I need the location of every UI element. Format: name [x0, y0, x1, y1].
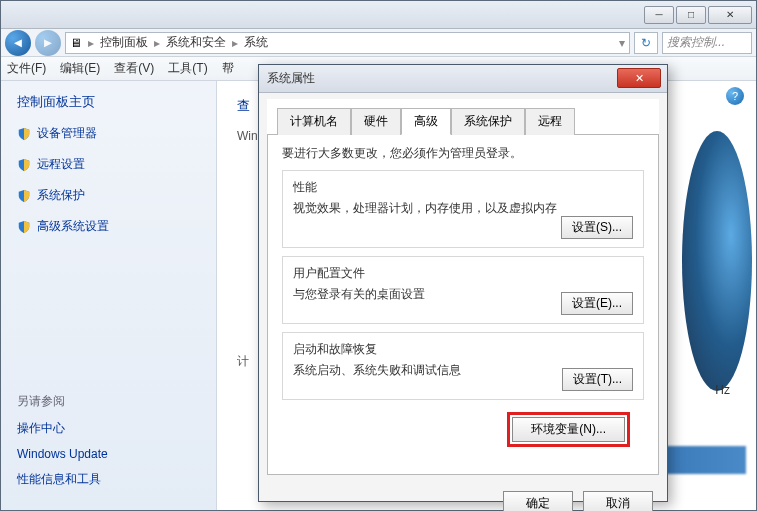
breadcrumb-item[interactable]: 系统和安全 — [166, 34, 226, 51]
sidebar-item-label: 远程设置 — [37, 156, 85, 173]
env-row: 环境变量(N)... — [282, 408, 644, 447]
shield-icon — [17, 127, 31, 141]
group-label: 性能 — [293, 179, 633, 196]
shield-icon — [17, 189, 31, 203]
system-properties-dialog: 系统属性 ✕ 计算机名 硬件 高级 系统保护 远程 要进行大多数更改，您必须作为… — [258, 64, 668, 502]
ok-button[interactable]: 确定 — [503, 491, 573, 511]
tab-remote[interactable]: 远程 — [525, 108, 575, 135]
highlight-box: 环境变量(N)... — [507, 412, 630, 447]
tab-advanced[interactable]: 高级 — [401, 108, 451, 135]
see-also-label: 另请参阅 — [17, 393, 200, 410]
chevron-right-icon: ▸ — [88, 36, 94, 50]
maximize-button[interactable]: □ — [676, 6, 706, 24]
menu-view[interactable]: 查看(V) — [114, 60, 154, 77]
sidebar-link-remote[interactable]: 远程设置 — [17, 156, 200, 173]
group-user-profiles: 用户配置文件 与您登录有关的桌面设置 设置(E)... — [282, 256, 644, 324]
sidebar-home[interactable]: 控制面板主页 — [17, 93, 200, 111]
tab-hardware[interactable]: 硬件 — [351, 108, 401, 135]
dialog-button-row: 确定 取消 — [259, 483, 667, 511]
dialog-title: 系统属性 — [267, 70, 315, 87]
group-label: 用户配置文件 — [293, 265, 633, 282]
performance-settings-button[interactable]: 设置(S)... — [561, 216, 633, 239]
chevron-right-icon: ▸ — [154, 36, 160, 50]
group-startup-recovery: 启动和故障恢复 系统启动、系统失败和调试信息 设置(T)... — [282, 332, 644, 400]
dialog-close-button[interactable]: ✕ — [617, 68, 661, 88]
startup-recovery-settings-button[interactable]: 设置(T)... — [562, 368, 633, 391]
menu-edit[interactable]: 编辑(E) — [60, 60, 100, 77]
titlebar: ─ □ ✕ — [1, 1, 756, 29]
close-button[interactable]: ✕ — [708, 6, 752, 24]
nav-forward-button[interactable]: ► — [35, 30, 61, 56]
group-desc: 视觉效果，处理器计划，内存使用，以及虚拟内存 — [293, 200, 633, 217]
menu-tools[interactable]: 工具(T) — [168, 60, 207, 77]
sidebar-link-device-manager[interactable]: 设备管理器 — [17, 125, 200, 142]
sidebar-link-advanced[interactable]: 高级系统设置 — [17, 218, 200, 235]
sidebar-item-label: 系统保护 — [37, 187, 85, 204]
sidebar-item-label: 高级系统设置 — [37, 218, 109, 235]
sidebar-item-label: 设备管理器 — [37, 125, 97, 142]
group-performance: 性能 视觉效果，处理器计划，内存使用，以及虚拟内存 设置(S)... — [282, 170, 644, 248]
address-bar: ◄ ► 🖥 ▸ 控制面板 ▸ 系统和安全 ▸ 系统 ▾ ↻ 搜索控制... — [1, 29, 756, 57]
menu-file[interactable]: 文件(F) — [7, 60, 46, 77]
tab-computer-name[interactable]: 计算机名 — [277, 108, 351, 135]
chevron-right-icon: ▸ — [232, 36, 238, 50]
refresh-button[interactable]: ↻ — [634, 32, 658, 54]
shield-icon — [17, 220, 31, 234]
breadcrumb-item[interactable]: 控制面板 — [100, 34, 148, 51]
dropdown-icon[interactable]: ▾ — [619, 36, 625, 50]
nav-back-button[interactable]: ◄ — [5, 30, 31, 56]
minimize-button[interactable]: ─ — [644, 6, 674, 24]
computer-icon: 🖥 — [70, 36, 82, 50]
breadcrumb-item[interactable]: 系统 — [244, 34, 268, 51]
tab-panel-advanced: 要进行大多数更改，您必须作为管理员登录。 性能 视觉效果，处理器计划，内存使用，… — [267, 135, 659, 475]
cancel-button[interactable]: 取消 — [583, 491, 653, 511]
dialog-titlebar[interactable]: 系统属性 ✕ — [259, 65, 667, 93]
shield-icon — [17, 158, 31, 172]
environment-variables-button[interactable]: 环境变量(N)... — [512, 417, 625, 442]
sidebar-link-protection[interactable]: 系统保护 — [17, 187, 200, 204]
sidebar-link-windows-update[interactable]: Windows Update — [17, 447, 200, 461]
breadcrumb[interactable]: 🖥 ▸ 控制面板 ▸ 系统和安全 ▸ 系统 ▾ — [65, 32, 630, 54]
sidebar-link-perf-info[interactable]: 性能信息和工具 — [17, 471, 200, 488]
search-input[interactable]: 搜索控制... — [662, 32, 752, 54]
admin-notice: 要进行大多数更改，您必须作为管理员登录。 — [282, 145, 644, 162]
group-label: 启动和故障恢复 — [293, 341, 633, 358]
cpu-hz-label: Hz — [715, 383, 730, 397]
tab-strip: 计算机名 硬件 高级 系统保护 远程 — [267, 99, 659, 135]
menu-help[interactable]: 帮 — [222, 60, 234, 77]
windows-logo-icon — [682, 131, 752, 391]
user-profiles-settings-button[interactable]: 设置(E)... — [561, 292, 633, 315]
sidebar: 控制面板主页 设备管理器 远程设置 系统保护 高级系统设置 另请参阅 操作中心 … — [1, 81, 217, 510]
sidebar-link-action-center[interactable]: 操作中心 — [17, 420, 200, 437]
tab-system-protection[interactable]: 系统保护 — [451, 108, 525, 135]
